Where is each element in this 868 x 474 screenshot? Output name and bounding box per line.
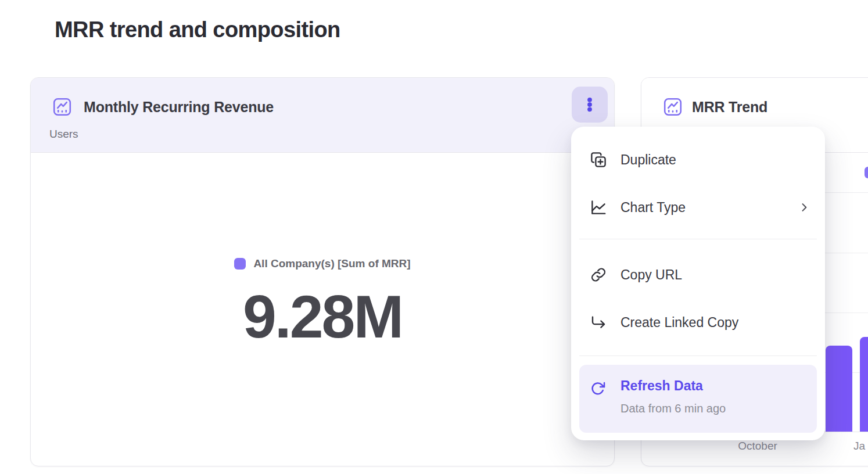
x-axis-label-october: October <box>705 440 810 453</box>
menu-item-refresh-data[interactable]: Refresh Data Data from 6 min ago <box>579 365 817 433</box>
kebab-menu-button[interactable] <box>572 87 608 123</box>
menu-item-label: Copy URL <box>620 267 682 283</box>
refresh-icon <box>590 380 606 397</box>
menu-item-duplicate[interactable]: Duplicate <box>571 141 825 179</box>
legend-label: All Company(s) [Sum of MRR] <box>253 257 410 270</box>
menu-divider <box>579 356 817 356</box>
mrr-card-header: Monthly Recurring Revenue Users <box>31 78 614 153</box>
duplicate-icon <box>590 151 607 168</box>
legend-swatch <box>234 258 246 270</box>
card-title: MRR Trend <box>692 99 767 116</box>
chart-icon <box>52 96 73 117</box>
kpi-legend: All Company(s) [Sum of MRR] <box>31 257 614 270</box>
bar[interactable] <box>826 346 852 432</box>
page-title: MRR trend and composition <box>55 17 340 42</box>
x-axis-label-january: Ja <box>853 440 865 453</box>
context-menu: Duplicate Chart Type Copy URL Create Lin… <box>571 127 825 440</box>
menu-item-label: Chart Type <box>620 200 686 216</box>
mrr-card: Monthly Recurring Revenue Users All Comp… <box>30 77 615 466</box>
chart-type-icon <box>590 199 607 216</box>
menu-item-sublabel: Data from 6 min ago <box>620 402 726 415</box>
bar[interactable] <box>860 337 868 432</box>
kpi-value: 9.28M <box>31 282 614 351</box>
link-icon <box>590 266 607 283</box>
menu-item-copy-url[interactable]: Copy URL <box>571 256 825 294</box>
menu-item-create-linked-copy[interactable]: Create Linked Copy <box>571 303 825 342</box>
chart-icon <box>662 96 683 117</box>
menu-divider <box>579 239 817 239</box>
card-subtitle: Users <box>49 128 78 141</box>
menu-item-label: Create Linked Copy <box>620 315 738 331</box>
corner-down-right-icon <box>590 314 607 331</box>
kebab-icon <box>581 96 598 113</box>
card-title: Monthly Recurring Revenue <box>84 99 274 116</box>
menu-item-label: Duplicate <box>620 152 676 168</box>
menu-item-label: Refresh Data <box>620 378 703 394</box>
menu-item-chart-type[interactable]: Chart Type <box>571 188 825 227</box>
chevron-right-icon <box>798 202 810 213</box>
